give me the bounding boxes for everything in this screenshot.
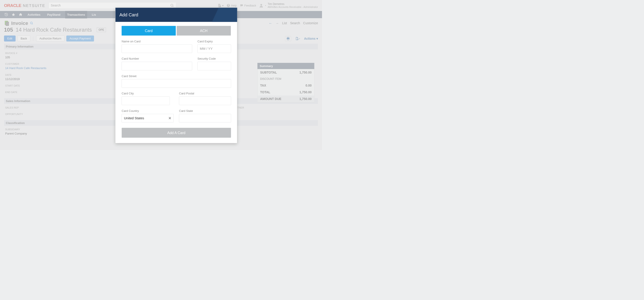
- card-postal-input[interactable]: [179, 97, 231, 105]
- card-postal-label: Card Postal: [179, 92, 231, 95]
- clear-icon[interactable]: ✕: [168, 116, 172, 120]
- tab-card[interactable]: Card: [122, 26, 176, 36]
- card-state-input[interactable]: [179, 114, 231, 122]
- card-city-input[interactable]: [122, 97, 170, 105]
- card-expiry-input[interactable]: [198, 44, 231, 53]
- card-number-input[interactable]: [122, 62, 192, 70]
- card-state-label: Card State: [179, 109, 231, 113]
- card-street-input[interactable]: [122, 79, 231, 88]
- card-street-label: Card Street: [122, 74, 231, 78]
- name-on-card-label: Name on Card: [122, 40, 192, 43]
- card-country-input[interactable]: [122, 114, 174, 122]
- card-country-label: Card Country: [122, 109, 174, 113]
- name-on-card-input[interactable]: [122, 44, 192, 53]
- security-code-input[interactable]: [198, 62, 231, 70]
- modal-title: Add Card: [120, 12, 138, 18]
- security-code-label: Security Code: [198, 57, 231, 61]
- tab-ach[interactable]: ACH: [177, 26, 231, 36]
- card-city-label: Card City: [122, 92, 174, 95]
- add-a-card-button[interactable]: Add A Card: [122, 128, 231, 138]
- card-expiry-label: Card Expiry: [198, 40, 231, 43]
- add-card-modal: ✕ Add Card Card ACH Name on Card Card Ex…: [115, 8, 237, 143]
- card-number-label: Card Number: [122, 57, 192, 61]
